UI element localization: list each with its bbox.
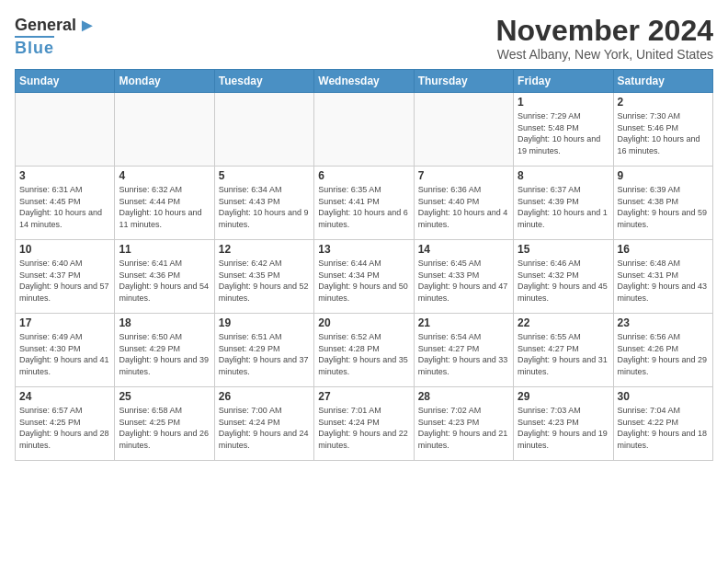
day-info: Sunrise: 7:03 AM Sunset: 4:23 PM Dayligh… (518, 405, 609, 451)
day-number: 19 (219, 316, 310, 329)
day-number: 26 (219, 390, 310, 403)
calendar-cell: 19Sunrise: 6:51 AM Sunset: 4:29 PM Dayli… (214, 314, 313, 387)
calendar-cell (214, 93, 313, 167)
page: General ► Blue November 2024 West Albany… (0, 0, 728, 468)
day-number: 9 (618, 169, 709, 182)
day-number: 12 (219, 243, 310, 256)
calendar-cell: 30Sunrise: 7:04 AM Sunset: 4:22 PM Dayli… (613, 387, 712, 461)
logo-subtext: Blue (15, 36, 54, 58)
calendar-cell: 6Sunrise: 6:35 AM Sunset: 4:41 PM Daylig… (314, 167, 414, 240)
calendar-cell: 24Sunrise: 6:57 AM Sunset: 4:25 PM Dayli… (16, 387, 115, 461)
day-info: Sunrise: 7:29 AM Sunset: 5:48 PM Dayligh… (518, 110, 609, 156)
calendar-week-row: 1Sunrise: 7:29 AM Sunset: 5:48 PM Daylig… (16, 93, 713, 167)
calendar-cell: 27Sunrise: 7:01 AM Sunset: 4:24 PM Dayli… (314, 387, 414, 461)
calendar-cell: 8Sunrise: 6:37 AM Sunset: 4:39 PM Daylig… (514, 167, 613, 240)
logo-bird-icon: ► (78, 15, 97, 36)
day-number: 10 (19, 243, 110, 256)
day-number: 8 (518, 169, 609, 182)
calendar-cell: 4Sunrise: 6:32 AM Sunset: 4:44 PM Daylig… (115, 167, 214, 240)
day-number: 23 (618, 316, 709, 329)
day-info: Sunrise: 6:46 AM Sunset: 4:32 PM Dayligh… (518, 258, 609, 304)
day-info: Sunrise: 6:32 AM Sunset: 4:44 PM Dayligh… (119, 184, 210, 230)
day-number: 6 (318, 169, 409, 182)
calendar-cell: 25Sunrise: 6:58 AM Sunset: 4:25 PM Dayli… (115, 387, 214, 461)
header-saturday: Saturday (613, 70, 712, 93)
calendar-week-row: 3Sunrise: 6:31 AM Sunset: 4:45 PM Daylig… (16, 167, 713, 240)
day-info: Sunrise: 6:42 AM Sunset: 4:35 PM Dayligh… (219, 258, 310, 304)
day-number: 4 (119, 169, 210, 182)
day-number: 14 (418, 243, 509, 256)
calendar-cell: 26Sunrise: 7:00 AM Sunset: 4:24 PM Dayli… (214, 387, 313, 461)
calendar-cell: 10Sunrise: 6:40 AM Sunset: 4:37 PM Dayli… (16, 240, 115, 314)
day-number: 21 (418, 316, 509, 329)
day-info: Sunrise: 6:37 AM Sunset: 4:39 PM Dayligh… (518, 184, 609, 230)
calendar-cell: 14Sunrise: 6:45 AM Sunset: 4:33 PM Dayli… (414, 240, 513, 314)
calendar-cell (314, 93, 414, 167)
calendar-cell: 15Sunrise: 6:46 AM Sunset: 4:32 PM Dayli… (514, 240, 613, 314)
day-info: Sunrise: 6:35 AM Sunset: 4:41 PM Dayligh… (318, 184, 409, 230)
day-number: 25 (119, 390, 210, 403)
header-sunday: Sunday (16, 70, 115, 93)
day-number: 29 (518, 390, 609, 403)
calendar-cell: 12Sunrise: 6:42 AM Sunset: 4:35 PM Dayli… (214, 240, 313, 314)
day-number: 5 (219, 169, 310, 182)
calendar-week-row: 10Sunrise: 6:40 AM Sunset: 4:37 PM Dayli… (16, 240, 713, 314)
calendar-cell (16, 93, 115, 167)
calendar-cell: 23Sunrise: 6:56 AM Sunset: 4:26 PM Dayli… (613, 314, 712, 387)
day-info: Sunrise: 6:57 AM Sunset: 4:25 PM Dayligh… (19, 405, 110, 451)
calendar-cell: 20Sunrise: 6:52 AM Sunset: 4:28 PM Dayli… (314, 314, 414, 387)
calendar-cell: 18Sunrise: 6:50 AM Sunset: 4:29 PM Dayli… (115, 314, 214, 387)
day-number: 16 (618, 243, 709, 256)
calendar-cell: 16Sunrise: 6:48 AM Sunset: 4:31 PM Dayli… (613, 240, 712, 314)
calendar-week-row: 17Sunrise: 6:49 AM Sunset: 4:30 PM Dayli… (16, 314, 713, 387)
calendar-cell: 21Sunrise: 6:54 AM Sunset: 4:27 PM Dayli… (414, 314, 513, 387)
calendar-cell: 29Sunrise: 7:03 AM Sunset: 4:23 PM Dayli… (514, 387, 613, 461)
header-monday: Monday (115, 70, 214, 93)
calendar-cell: 1Sunrise: 7:29 AM Sunset: 5:48 PM Daylig… (514, 93, 613, 167)
calendar-cell: 11Sunrise: 6:41 AM Sunset: 4:36 PM Dayli… (115, 240, 214, 314)
calendar-cell (115, 93, 214, 167)
day-number: 1 (518, 96, 609, 109)
day-number: 3 (19, 169, 110, 182)
day-number: 22 (518, 316, 609, 329)
header-wednesday: Wednesday (314, 70, 414, 93)
day-info: Sunrise: 7:00 AM Sunset: 4:24 PM Dayligh… (219, 405, 310, 451)
day-info: Sunrise: 6:40 AM Sunset: 4:37 PM Dayligh… (19, 258, 110, 304)
day-info: Sunrise: 6:41 AM Sunset: 4:36 PM Dayligh… (119, 258, 210, 304)
logo: General ► Blue (15, 15, 97, 58)
calendar-table: Sunday Monday Tuesday Wednesday Thursday… (15, 69, 713, 461)
day-info: Sunrise: 6:56 AM Sunset: 4:26 PM Dayligh… (618, 331, 709, 377)
day-info: Sunrise: 6:58 AM Sunset: 4:25 PM Dayligh… (119, 405, 210, 451)
day-number: 24 (19, 390, 110, 403)
day-number: 13 (318, 243, 409, 256)
calendar-cell: 7Sunrise: 6:36 AM Sunset: 4:40 PM Daylig… (414, 167, 513, 240)
logo-text: General (15, 16, 76, 35)
day-info: Sunrise: 6:54 AM Sunset: 4:27 PM Dayligh… (418, 331, 509, 377)
calendar-cell: 3Sunrise: 6:31 AM Sunset: 4:45 PM Daylig… (16, 167, 115, 240)
day-info: Sunrise: 6:34 AM Sunset: 4:43 PM Dayligh… (219, 184, 310, 230)
day-info: Sunrise: 7:02 AM Sunset: 4:23 PM Dayligh… (418, 405, 509, 451)
calendar-cell: 22Sunrise: 6:55 AM Sunset: 4:27 PM Dayli… (514, 314, 613, 387)
day-info: Sunrise: 6:52 AM Sunset: 4:28 PM Dayligh… (318, 331, 409, 377)
day-number: 30 (618, 390, 709, 403)
day-info: Sunrise: 6:31 AM Sunset: 4:45 PM Dayligh… (19, 184, 110, 230)
day-number: 11 (119, 243, 210, 256)
day-number: 18 (119, 316, 210, 329)
location: West Albany, New York, United States (495, 47, 713, 62)
calendar-cell: 13Sunrise: 6:44 AM Sunset: 4:34 PM Dayli… (314, 240, 414, 314)
day-number: 15 (518, 243, 609, 256)
calendar-cell: 28Sunrise: 7:02 AM Sunset: 4:23 PM Dayli… (414, 387, 513, 461)
day-number: 2 (618, 96, 709, 109)
header: General ► Blue November 2024 West Albany… (15, 15, 713, 62)
calendar-cell: 5Sunrise: 6:34 AM Sunset: 4:43 PM Daylig… (214, 167, 313, 240)
day-info: Sunrise: 6:50 AM Sunset: 4:29 PM Dayligh… (119, 331, 210, 377)
calendar-header-row: Sunday Monday Tuesday Wednesday Thursday… (16, 70, 713, 93)
day-info: Sunrise: 6:45 AM Sunset: 4:33 PM Dayligh… (418, 258, 509, 304)
header-friday: Friday (514, 70, 613, 93)
title-area: November 2024 West Albany, New York, Uni… (495, 15, 713, 62)
month-title: November 2024 (495, 15, 713, 47)
day-number: 28 (418, 390, 509, 403)
day-number: 17 (19, 316, 110, 329)
day-info: Sunrise: 6:55 AM Sunset: 4:27 PM Dayligh… (518, 331, 609, 377)
calendar-cell: 17Sunrise: 6:49 AM Sunset: 4:30 PM Dayli… (16, 314, 115, 387)
